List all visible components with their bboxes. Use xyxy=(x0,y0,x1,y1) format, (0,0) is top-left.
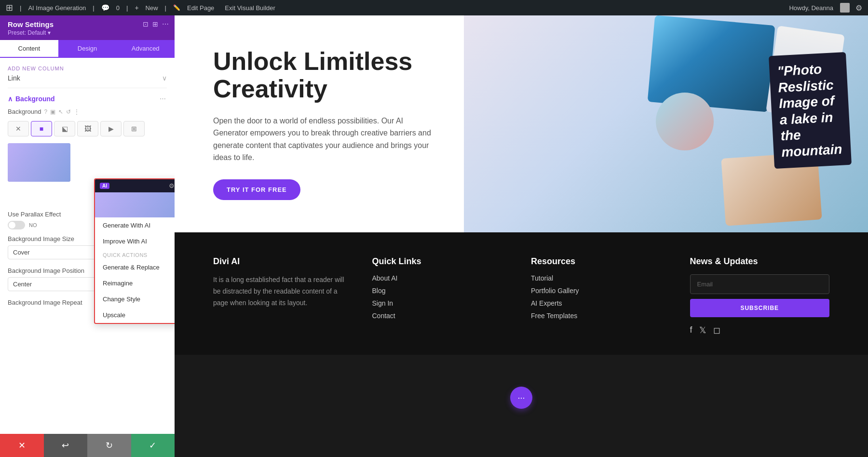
footer-link-ai-experts[interactable]: AI Experts xyxy=(531,299,671,307)
collage-image-round xyxy=(656,93,714,150)
bg-type-pattern[interactable]: ⊞ xyxy=(123,121,145,136)
bg-more-icon[interactable]: ⋮ xyxy=(74,108,80,115)
footer-resources-title: Resources xyxy=(531,256,671,267)
menu-preview-img-inner xyxy=(95,192,175,217)
footer-news-title: News & Updates xyxy=(690,256,830,267)
menu-item-upscale[interactable]: Upscale › xyxy=(95,307,175,323)
undo-button[interactable]: ↩ xyxy=(44,434,88,457)
pencil-icon: ✏️ xyxy=(173,4,180,11)
hero-cta-button[interactable]: TRY IT FOR FREE xyxy=(213,179,300,200)
bg-type-color[interactable]: ■ xyxy=(31,121,52,136)
ai-plugin-label[interactable]: AI Image Generation xyxy=(28,4,86,12)
bg-reset-icon[interactable]: ↺ xyxy=(66,108,71,115)
save-button[interactable]: ✓ xyxy=(131,434,175,457)
footer-link-about-ai[interactable]: About AI xyxy=(372,274,512,282)
panel-preset[interactable]: Preset: Default ▾ xyxy=(8,29,167,36)
hero-section: Unlock Limitless Creativity Open the doo… xyxy=(175,15,868,232)
twitter-icon[interactable]: 𝕏 xyxy=(699,325,706,336)
exit-builder-link[interactable]: Exit Visual Builder xyxy=(225,4,275,12)
hero-content: Unlock Limitless Creativity Open the doo… xyxy=(175,15,464,232)
preview-area: Unlock Limitless Creativity Open the doo… xyxy=(175,15,868,457)
menu-item-generate-with-ai[interactable]: Generate With AI xyxy=(95,217,175,233)
dropdown-menu: AI ⚙ 🗑 ↺ Generate With AI Improve With A… xyxy=(94,178,175,324)
edit-page-link[interactable]: Edit Page xyxy=(187,4,214,12)
wordpress-logo-icon[interactable]: ⊞ xyxy=(6,2,13,13)
hero-title: Unlock Limitless Creativity xyxy=(213,48,435,103)
footer-col-resources: Resources Tutorial Portfolio Gallery AI … xyxy=(531,256,671,336)
bg-type-image[interactable]: 🖼 xyxy=(77,121,98,136)
panel-icon-dots[interactable]: ⋯ xyxy=(162,20,169,28)
footer-link-free-templates[interactable]: Free Templates xyxy=(531,312,671,320)
panel-header: Row Settings Preset: Default ▾ ⊡ ⊞ ⋯ xyxy=(0,15,175,40)
menu-item-generate-replace[interactable]: Generate & Replace xyxy=(95,259,175,275)
collage-image-lake xyxy=(648,15,775,112)
footer-section: Divi AI It is a long established fact th… xyxy=(175,232,868,355)
bg-cursor-icon[interactable]: ↖ xyxy=(58,108,63,115)
link-section: Link ∨ xyxy=(8,74,167,88)
settings-icon[interactable]: ⚙ xyxy=(169,182,175,189)
bg-desktop-icon[interactable]: ▣ xyxy=(50,108,55,115)
menu-preview-image xyxy=(95,192,175,217)
cancel-button[interactable]: ✕ xyxy=(0,434,44,457)
panel-header-icons: ⊡ ⊞ ⋯ xyxy=(143,20,169,28)
admin-bar-left: ⊞ | AI Image Generation | 💬 0 | + New | … xyxy=(6,2,781,13)
footer-quick-links-title: Quick Links xyxy=(372,256,512,267)
plus-icon: + xyxy=(135,4,138,12)
footer-link-portfolio[interactable]: Portfolio Gallery xyxy=(531,287,671,295)
bg-image-preview[interactable] xyxy=(8,143,70,182)
email-input[interactable] xyxy=(690,274,830,294)
footer-link-tutorial[interactable]: Tutorial xyxy=(531,274,671,282)
howdy-label: Howdy, Deanna xyxy=(789,4,833,12)
footer-link-sign-in[interactable]: Sign In xyxy=(372,299,512,307)
instagram-icon[interactable]: ◻ xyxy=(713,325,720,336)
hero-quote-card: "Photo Reslistic Image of a lake in the … xyxy=(769,52,852,169)
chevron-up-icon: ∧ xyxy=(8,95,13,103)
bg-type-gradient[interactable]: ⬕ xyxy=(54,121,75,136)
footer-col-quick-links: Quick Links About AI Blog Sign In Contac… xyxy=(372,256,512,336)
new-link[interactable]: New xyxy=(146,4,158,12)
tab-content[interactable]: Content xyxy=(0,40,58,58)
tab-advanced[interactable]: Advanced xyxy=(116,40,175,58)
menu-item-reimagine[interactable]: Reimagine xyxy=(95,275,175,291)
hero-image-area: "Photo Reslistic Image of a lake in the … xyxy=(464,15,868,232)
social-icons: f 𝕏 ◻ xyxy=(690,325,830,336)
link-row[interactable]: Link ∨ xyxy=(8,74,167,82)
comment-icon: 💬 xyxy=(101,4,109,12)
menu-item-improve-with-ai[interactable]: Improve With AI xyxy=(95,233,175,249)
footer-link-blog[interactable]: Blog xyxy=(372,287,512,295)
ai-badge: AI xyxy=(100,183,109,189)
redo-button[interactable]: ↻ xyxy=(87,434,131,457)
background-title: ∧ Background xyxy=(8,95,55,103)
bg-options-icon[interactable]: ⋯ xyxy=(159,94,167,103)
section-add-new: Add New Column xyxy=(8,64,167,71)
admin-bar: ⊞ | AI Image Generation | 💬 0 | + New | … xyxy=(0,0,868,15)
bg-type-video[interactable]: ▶ xyxy=(100,121,122,136)
footer-divi-ai-text: It is a long established fact that a rea… xyxy=(213,274,353,309)
panel-icon-expand[interactable]: ⊡ xyxy=(143,20,149,28)
left-panel: Row Settings Preset: Default ▾ ⊡ ⊞ ⋯ Con… xyxy=(0,15,175,457)
dropdown-menu-header: AI ⚙ 🗑 ↺ xyxy=(95,179,175,192)
floating-dots-button[interactable]: ··· xyxy=(510,387,532,409)
bg-help-icon[interactable]: ? xyxy=(44,108,47,115)
comment-count[interactable]: 0 xyxy=(116,4,120,12)
facebook-icon[interactable]: f xyxy=(690,325,692,336)
footer-divi-ai-title: Divi AI xyxy=(213,256,353,267)
footer-link-contact[interactable]: Contact xyxy=(372,312,512,320)
bg-type-buttons: ✕ ■ ⬕ 🖼 ▶ ⊞ xyxy=(8,121,167,136)
tab-design[interactable]: Design xyxy=(58,40,117,58)
subscribe-button[interactable]: SUBSCRIBE xyxy=(690,299,830,317)
menu-item-change-style[interactable]: Change Style › xyxy=(95,291,175,307)
parallax-toggle-value: NO xyxy=(29,222,37,228)
panel-icon-columns[interactable]: ⊞ xyxy=(152,20,158,28)
bg-type-none[interactable]: ✕ xyxy=(8,121,29,136)
bg-control-label: Background xyxy=(8,108,41,115)
parallax-toggle[interactable] xyxy=(8,221,25,229)
footer-col-divi-ai: Divi AI It is a long established fact th… xyxy=(213,256,353,336)
bottom-bar: ✕ ↩ ↻ ✓ xyxy=(0,434,175,457)
bg-title-icons: ⋯ xyxy=(159,94,167,103)
admin-bar-icon[interactable]: ⚙ xyxy=(855,3,862,13)
avatar[interactable] xyxy=(840,3,850,13)
main-layout: Row Settings Preset: Default ▾ ⊡ ⊞ ⋯ Con… xyxy=(0,15,868,457)
menu-quick-actions-label: Quick Actions xyxy=(95,249,175,259)
background-header: ∧ Background ⋯ xyxy=(8,94,167,103)
